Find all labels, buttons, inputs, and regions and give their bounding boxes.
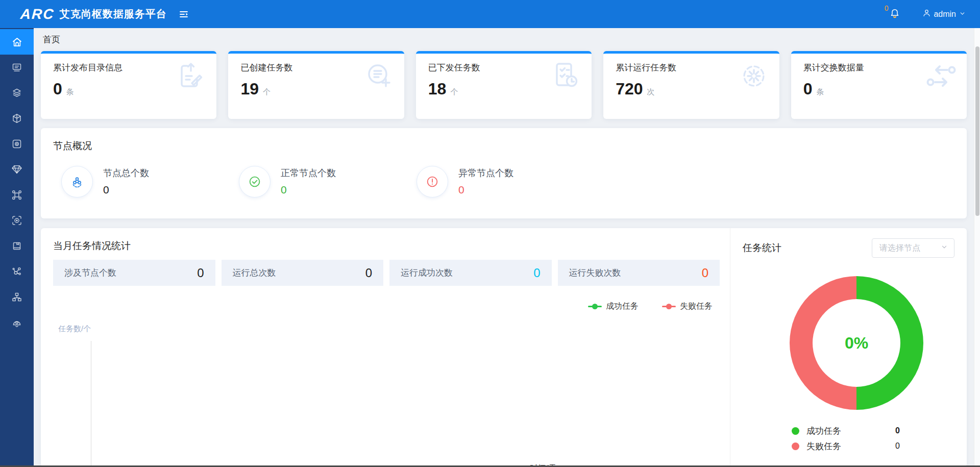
task-stats-title: 任务统计: [743, 241, 781, 255]
command-icon: [11, 189, 23, 201]
stat-card-dispatched-tasks: 已下发任务数 18个: [416, 51, 592, 119]
bottom-panel: 当月任务情况统计 涉及节点个数 0 运行总次数 0 运行成功次数 0: [41, 228, 967, 467]
legend-label: 失败任务: [680, 301, 713, 312]
legend-success-tasks[interactable]: 成功任务: [588, 301, 639, 312]
legend-label: 成功任务: [606, 301, 639, 312]
sidebar-item-gem[interactable]: [0, 157, 34, 182]
notification-badge: 0: [885, 4, 889, 12]
donut-legend-value: 0: [895, 441, 900, 451]
select-placeholder: 请选择节点: [879, 243, 920, 254]
legend-failed-tasks[interactable]: 失败任务: [662, 301, 713, 312]
line-chart-legend: 成功任务 失败任务: [53, 301, 720, 312]
monthly-task-title: 当月任务情况统计: [53, 239, 720, 253]
user-icon: [922, 8, 932, 20]
box-gear-icon: [11, 138, 23, 150]
sidebar-item-box-gear[interactable]: [0, 131, 34, 157]
sidebar-nav: [0, 28, 34, 467]
monthly-stat-boxes: 涉及节点个数 0 运行总次数 0 运行成功次数 0 运行失败次数 0: [53, 260, 720, 286]
node-item-value: 0: [458, 184, 513, 196]
data-exchange-icon: [925, 60, 958, 94]
scrollbar-track[interactable]: [974, 28, 980, 467]
stat-box-label: 运行失败次数: [569, 267, 621, 279]
stat-box-label: 涉及节点个数: [64, 267, 116, 279]
scrollbar-thumb[interactable]: [975, 46, 979, 216]
sidebar-item-layers[interactable]: [0, 80, 34, 106]
app-title: 艾克尚枢数据服务平台: [60, 7, 167, 21]
topbar-right: 0 admin: [885, 7, 966, 21]
node-select-dropdown[interactable]: 请选择节点: [872, 238, 954, 258]
sidebar-item-sitemap[interactable]: [0, 284, 34, 310]
donut-legend-value: 0: [895, 426, 900, 435]
stat-box-value: 0: [702, 266, 708, 280]
failed-dot: [792, 443, 799, 450]
sidebar-item-molecule[interactable]: [0, 259, 34, 284]
sidebar-item-command[interactable]: [0, 182, 34, 208]
task-donut-chart: 0%: [790, 276, 923, 410]
node-item-total: 节点总个数 0: [61, 166, 239, 198]
stat-card-created-tasks: 已创建任务数 19个: [228, 51, 404, 119]
target-scan-icon: [11, 214, 23, 227]
alarm-bell-icon: [11, 316, 23, 329]
home-icon: [11, 36, 23, 48]
doc-publish-icon: [175, 60, 207, 94]
sitemap-icon: [11, 291, 23, 303]
node-item-abnormal: 异常节点个数 0: [416, 166, 594, 198]
stat-card-value: 720: [616, 80, 643, 99]
legend-failed-marker: [662, 306, 676, 307]
task-dispatched-icon: [550, 60, 582, 94]
node-overview-panel: 节点概况 节点总个数 0 正常节点个数: [41, 128, 967, 218]
sidebar-item-catalog[interactable]: [0, 55, 34, 80]
y-axis-line: [91, 341, 91, 467]
chevron-down-icon: [959, 10, 966, 19]
stat-box-total-runs: 运行总次数 0: [222, 260, 384, 286]
molecule-icon: [11, 265, 23, 278]
node-item-label: 正常节点个数: [281, 167, 336, 179]
sidebar-item-target[interactable]: [0, 208, 34, 233]
user-menu[interactable]: admin: [922, 8, 966, 20]
stat-card-value: 18: [428, 80, 447, 99]
donut-hole: 0%: [813, 299, 900, 387]
stat-box-nodes-involved: 涉及节点个数 0: [53, 260, 215, 286]
stat-card-unit: 次: [647, 87, 655, 97]
success-dot: [792, 427, 799, 435]
breadcrumb: 首页: [41, 28, 967, 51]
donut-legend-label: 成功任务: [806, 425, 841, 437]
task-stats-section: 任务统计 请选择节点 0% 成功任务: [730, 228, 967, 467]
catalog-monitor-icon: [11, 61, 23, 73]
notification-button[interactable]: 0: [885, 7, 901, 21]
task-running-icon: [738, 60, 770, 94]
stat-box-value: 0: [533, 266, 540, 280]
app-root: ARC 艾克尚枢数据服务平台 0 admin: [0, 0, 980, 467]
sidebar-item-archive[interactable]: [0, 233, 34, 259]
topbar: ARC 艾克尚枢数据服务平台 0 admin: [0, 0, 980, 28]
stat-card-published-catalog: 累计发布目录信息 0条: [41, 51, 216, 119]
main-content: 首页 累计发布目录信息 0条 已创建任务数 19个 已下发任务数 18个 累计运…: [34, 28, 980, 467]
stat-box-value: 0: [365, 266, 372, 280]
stat-box-success-runs: 运行成功次数 0: [389, 260, 552, 286]
node-abnormal-icon: [416, 166, 448, 198]
stat-card-value: 0: [803, 80, 813, 99]
sidebar-item-alarm[interactable]: [0, 310, 34, 335]
cube-network-icon: [11, 112, 23, 125]
node-item-label: 节点总个数: [103, 167, 149, 179]
sidebar-item-home[interactable]: [0, 29, 34, 55]
legend-success-marker: [588, 306, 602, 307]
bell-icon: [889, 7, 900, 21]
arc-logo: ARC: [20, 6, 55, 22]
stat-card-run-tasks: 累计运行任务数 720次: [603, 51, 779, 119]
stat-card-exchanged-data: 累计交换数据量 0条: [791, 51, 967, 119]
stat-card-unit: 个: [450, 87, 458, 97]
donut-legend-label: 失败任务: [806, 440, 841, 452]
stat-card-unit: 条: [816, 87, 824, 97]
collapse-menu-icon[interactable]: [178, 9, 189, 20]
username-label: admin: [934, 10, 956, 19]
node-normal-icon: [239, 166, 271, 198]
stat-card-value: 0: [53, 80, 62, 99]
archive-box-icon: [11, 240, 23, 252]
donut-legend-success[interactable]: 成功任务 0: [792, 423, 900, 438]
donut-legend: 成功任务 0 失败任务 0: [792, 423, 900, 454]
node-item-value: 0: [103, 184, 149, 196]
donut-legend-failed[interactable]: 失败任务 0: [792, 438, 900, 454]
sidebar-item-cube[interactable]: [0, 106, 34, 131]
node-items: 节点总个数 0 正常节点个数 0: [53, 166, 954, 198]
